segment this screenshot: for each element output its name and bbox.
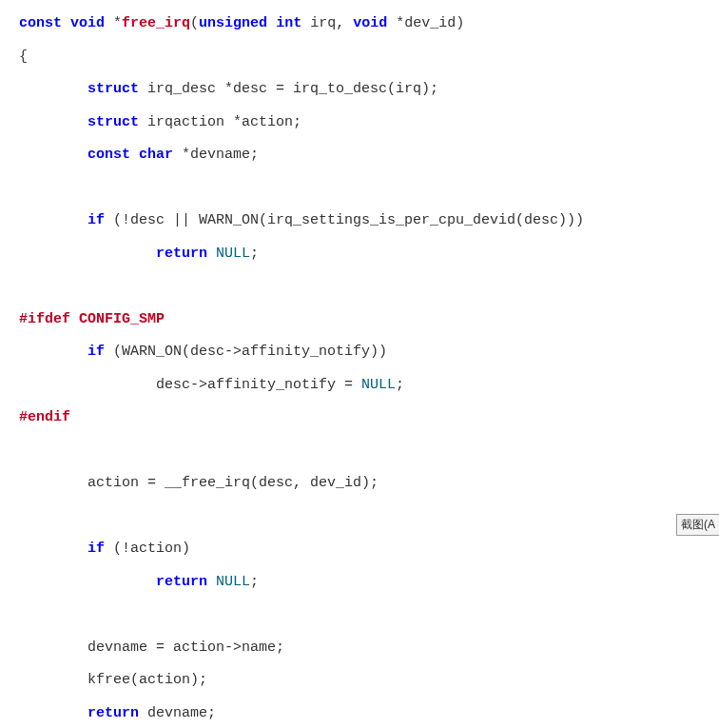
keyword-return: return bbox=[156, 574, 207, 590]
null-literal: NULL bbox=[216, 574, 250, 590]
keyword-unsigned: unsigned bbox=[199, 15, 267, 31]
null-literal: NULL bbox=[216, 246, 250, 262]
keyword-if: if bbox=[87, 212, 105, 228]
keyword-void: void bbox=[353, 15, 387, 31]
null-literal: NULL bbox=[361, 377, 396, 393]
keyword-if: if bbox=[87, 344, 105, 360]
code-line: if (!desc || WARN_ON(irq_settings_is_per… bbox=[19, 212, 584, 228]
code-line: kfree(action); bbox=[19, 672, 207, 688]
code-line: devname = action->name; bbox=[19, 639, 284, 656]
code-block: const void *free_irq(unsigned int irq, v… bbox=[19, 8, 700, 728]
code-line: action = __free_irq(desc, dev_id); bbox=[19, 475, 379, 491]
code-line: desc->affinity_notify = NULL; bbox=[19, 377, 404, 393]
code-line: return devname; bbox=[19, 705, 216, 721]
code-line: return NULL; bbox=[19, 246, 259, 262]
keyword-return: return bbox=[156, 246, 207, 262]
preproc-endif: #endif bbox=[19, 409, 70, 425]
keyword-char: char bbox=[139, 147, 173, 163]
preproc-ifdef: #ifdef CONFIG_SMP bbox=[19, 311, 165, 327]
screenshot-tool-tab[interactable]: 截图(A bbox=[676, 514, 719, 536]
code-line: if (WARN_ON(desc->affinity_notify)) bbox=[19, 344, 387, 360]
keyword-return: return bbox=[87, 705, 139, 721]
code-line: const char *devname; bbox=[19, 147, 259, 163]
keyword-struct: struct bbox=[87, 81, 139, 97]
keyword-void: void bbox=[70, 15, 105, 31]
keyword-int: int bbox=[276, 15, 301, 31]
keyword-struct: struct bbox=[87, 114, 139, 130]
code-line: return NULL; bbox=[19, 574, 259, 590]
code-line: struct irq_desc *desc = irq_to_desc(irq)… bbox=[19, 81, 438, 97]
code-line: struct irqaction *action; bbox=[19, 114, 301, 130]
function-name: free_irq bbox=[122, 15, 190, 31]
code-line: { bbox=[19, 49, 28, 65]
code-line: if (!action) bbox=[19, 541, 190, 557]
keyword-if: if bbox=[87, 541, 105, 557]
keyword-const: const bbox=[87, 147, 130, 163]
keyword-const: const bbox=[19, 15, 62, 31]
code-line: const void *free_irq(unsigned int irq, v… bbox=[19, 15, 464, 31]
